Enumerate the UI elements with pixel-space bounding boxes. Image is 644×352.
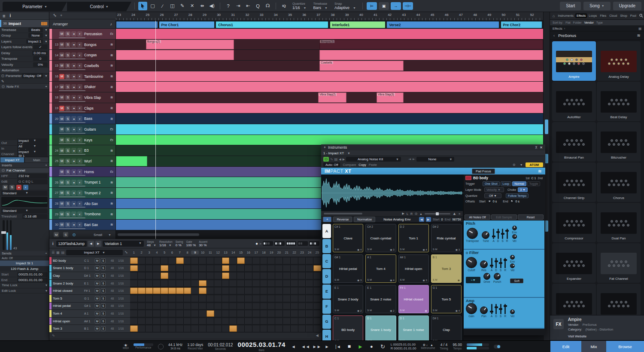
gain-row[interactable]: 0dB G C EQ L: [0, 179, 49, 184]
pad-solo-mute-labels[interactable]: S M: [400, 309, 405, 312]
step-cell[interactable]: [252, 303, 260, 309]
step-cell[interactable]: [168, 295, 176, 302]
adsr-slider-r[interactable]: R: [506, 229, 508, 242]
add-icon[interactable]: +: [45, 251, 47, 255]
step-cell[interactable]: [214, 310, 222, 317]
back-icon[interactable]: ‹: [553, 33, 555, 38]
tab-main[interactable]: Main: [24, 157, 49, 163]
trigger-option-one-shot[interactable]: One Shot: [483, 181, 500, 186]
prev-variation-button[interactable]: ◀: [88, 241, 94, 247]
step-cell[interactable]: [138, 310, 146, 317]
insert-slot-fat-channel[interactable]: ⏻ Fat Channel: [0, 168, 49, 173]
pattern-preset-button[interactable]: [309, 241, 319, 246]
timebase-dropdown[interactable]: Timebase Bars▼: [313, 0, 327, 12]
step-cell[interactable]: [130, 280, 138, 287]
step-number[interactable]: 11: [207, 251, 214, 254]
file-icon[interactable]: ▤: [61, 251, 65, 254]
step-cell[interactable]: [199, 325, 207, 332]
step-cell[interactable]: [184, 310, 191, 317]
track-record-button[interactable]: ●: [71, 148, 76, 153]
snap-toggle-button[interactable]: ⊨: [367, 2, 377, 10]
audio-clip[interactable]: [116, 50, 234, 60]
track-monitor-button[interactable]: ◐: [77, 95, 82, 100]
knob-dial[interactable]: [482, 231, 489, 239]
step-cell[interactable]: [138, 318, 146, 324]
menu-icon[interactable]: ≡: [3, 13, 5, 18]
arranger-section[interactable]: [116, 21, 158, 28]
step-number[interactable]: 17: [252, 251, 260, 254]
gear-icon[interactable]: ⚙: [513, 163, 516, 167]
step-number[interactable]: 23: [298, 251, 306, 254]
pad-solo-mute-labels[interactable]: S M: [367, 309, 372, 312]
step-cell[interactable]: [184, 272, 191, 279]
inspector-row[interactable]: Velocity0%: [0, 62, 49, 68]
pad-color-swatch[interactable]: [465, 176, 471, 180]
track-list-entry[interactable]: 13MS●◐Bongos≋: [49, 40, 116, 50]
folder-icon[interactable]: 🗀: [109, 138, 115, 142]
vendor-header[interactable]: ‹ PreSonus ≋: [550, 31, 644, 40]
track-volume-slider[interactable]: [59, 207, 85, 208]
knob-dial[interactable]: [510, 309, 515, 314]
track-record-button[interactable]: ●: [71, 211, 76, 217]
step-number[interactable]: 12: [214, 251, 222, 254]
step-number[interactable]: 7: [176, 251, 184, 254]
loop-button[interactable]: ↻: [380, 343, 386, 350]
folder-icon[interactable]: 🗀: [109, 32, 115, 36]
track-lane[interactable]: [116, 103, 543, 114]
track-monitor-button[interactable]: ◐: [77, 74, 82, 79]
pattern-row-solo[interactable]: S: [101, 281, 106, 286]
edit-sample-button[interactable]: Edit Sample: [491, 214, 517, 220]
auto-mode[interactable]: Auto: Off: [0, 256, 49, 260]
step-cell[interactable]: [267, 257, 275, 264]
track-monitor-button[interactable]: ◐: [77, 169, 82, 174]
pattern-row-solo[interactable]: S: [101, 326, 106, 331]
adsr-slider-a[interactable]: A: [491, 304, 492, 318]
effect-item[interactable]: Compressor: [552, 203, 596, 242]
step-cell[interactable]: [245, 310, 252, 317]
step-cell[interactable]: [283, 325, 291, 332]
knob-dial[interactable]: [467, 228, 478, 239]
step-cell[interactable]: [275, 303, 283, 309]
knob-dial[interactable]: [512, 226, 517, 230]
step-cell[interactable]: [146, 272, 153, 279]
start-page-button[interactable]: Start: [560, 2, 581, 10]
tab-impact-xt[interactable]: Impact XT: [0, 157, 24, 163]
step-cell[interactable]: [245, 280, 252, 287]
step-cell[interactable]: [161, 280, 168, 287]
metronome-controls[interactable]: ⚙ ♩ ▲ Metronome: [421, 343, 435, 350]
step-cell[interactable]: [176, 325, 184, 332]
step-cell[interactable]: [313, 325, 321, 332]
play-sample-icon[interactable]: ▶: [402, 212, 404, 215]
pad-bank-f[interactable]: F: [322, 300, 331, 314]
step-cell[interactable]: [237, 272, 245, 279]
grid-toggle-button[interactable]: ▣: [379, 2, 389, 10]
slider-track[interactable]: [498, 229, 499, 239]
automation-parameter-row[interactable]: ⏻ Parameter Display: Off ▼: [0, 73, 49, 80]
track-mute-button[interactable]: M: [59, 211, 64, 217]
pad-bank-b[interactable]: B: [322, 239, 331, 253]
step-cell[interactable]: [153, 318, 161, 324]
track-volume-slider[interactable]: [59, 80, 85, 80]
step-cell[interactable]: [260, 303, 268, 309]
step-cell[interactable]: [153, 257, 161, 264]
step-cell[interactable]: [146, 318, 153, 324]
steps-selector[interactable]: Steps 48 ▼: [147, 240, 156, 247]
step-cell[interactable]: [191, 325, 199, 332]
step-cell[interactable]: [313, 265, 321, 272]
track-record-button[interactable]: ●: [71, 42, 76, 47]
step-cell[interactable]: [275, 280, 283, 287]
drum-pad[interactable]: F# 1HiHat closedS M◉: [398, 285, 429, 313]
upgrade-button[interactable]: Upgrade: [613, 2, 641, 10]
forward-button[interactable]: ►►: [313, 344, 319, 349]
step-cell[interactable]: [275, 257, 283, 264]
track-list-entry[interactable]: 29MS●◐Trombone≋: [49, 209, 116, 220]
step-cell[interactable]: [283, 280, 291, 287]
audio-clip[interactable]: Vibra Slap(2): [318, 92, 346, 103]
drum-pad[interactable]: C# 2Crash cymbalS M◉ 3: [365, 224, 396, 252]
adsr-slider-a[interactable]: A: [492, 229, 494, 242]
track-volume-slider[interactable]: [59, 48, 85, 49]
track-lane[interactable]: Bongos(2)Bongos(3): [116, 40, 543, 50]
preset-file-icon[interactable]: ▤: [334, 157, 338, 161]
step-cell[interactable]: [138, 280, 146, 287]
step-cell[interactable]: [161, 288, 168, 294]
